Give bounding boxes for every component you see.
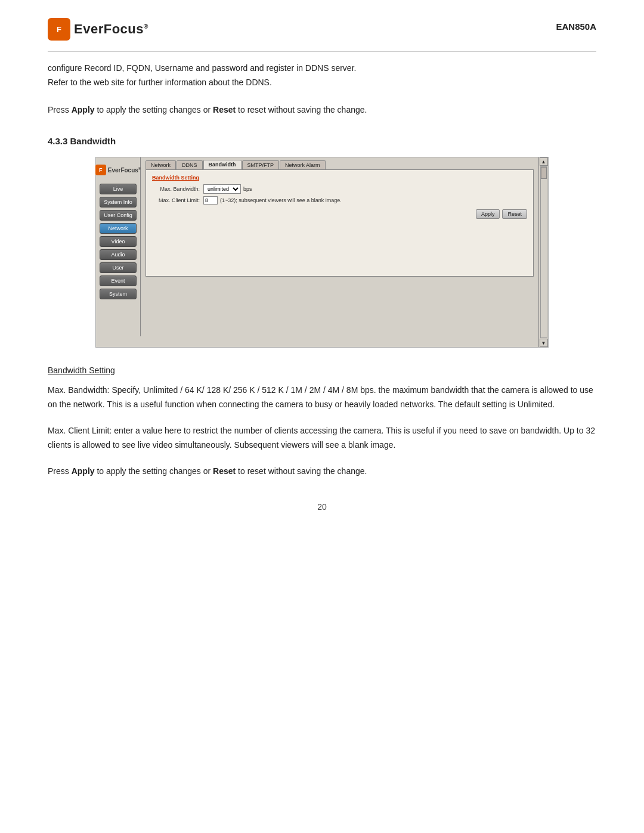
tab-bar: Network DDNS Bandwidth SMTP/FTP Network … xyxy=(145,160,534,169)
section-heading: 4.3.3 Bandwidth xyxy=(48,136,596,146)
panel-btn-row: Apply Reset xyxy=(152,209,527,219)
para1: Max. Bandwidth: Specify, Unlimited / 64 … xyxy=(48,383,596,412)
header-divider xyxy=(48,51,596,52)
nav-btn-audio[interactable]: Audio xyxy=(100,249,137,260)
apply-reset-para2: Press Apply to apply the setting changes… xyxy=(48,465,596,479)
bandwidth-setting-link: Bandwidth Setting xyxy=(48,366,596,375)
apply-reset-para1: Press Apply to apply the setting changes… xyxy=(48,103,596,117)
ui-sidebar: F EverFocus® Live System Info User Confi… xyxy=(96,157,141,336)
nav-btn-userconfig[interactable]: User Config xyxy=(100,210,137,221)
ui-inner: F EverFocus® Live System Info User Confi… xyxy=(96,157,548,336)
logo-text: EverFocus® xyxy=(74,21,148,37)
logo-icon: F xyxy=(48,18,70,41)
scroll-down-btn[interactable]: ▼ xyxy=(540,339,548,347)
nav-btn-sysinfo[interactable]: System Info xyxy=(100,197,137,208)
ui-screenshot: F EverFocus® Live System Info User Confi… xyxy=(95,157,549,348)
tab-ddns[interactable]: DDNS xyxy=(177,160,203,169)
ui-sidebar-logo: F EverFocus® xyxy=(93,161,144,179)
para2: Max. Client Limit: enter a value here to… xyxy=(48,424,596,453)
content-panel: Bandwidth Setting Max. Bandwidth: unlimi… xyxy=(145,169,534,277)
logo-container: F EverFocus® xyxy=(48,18,148,41)
max-client-note: (1~32); subsequent viewers will see a bl… xyxy=(220,197,342,203)
intro-text: configure Record ID, FQDN, Username and … xyxy=(48,61,596,90)
ui-sidebar-logo-icon: F xyxy=(95,165,106,175)
panel-reset-btn[interactable]: Reset xyxy=(502,209,527,219)
tab-network[interactable]: Network xyxy=(145,160,176,169)
tab-smtp-ftp[interactable]: SMTP/FTP xyxy=(242,160,280,169)
nav-btn-system[interactable]: System xyxy=(100,289,137,299)
tab-network-alarm[interactable]: Network Alarm xyxy=(280,160,326,169)
scroll-thumb[interactable] xyxy=(541,167,547,179)
nav-btn-user[interactable]: User xyxy=(100,262,137,273)
max-bandwidth-label: Max. Bandwidth: xyxy=(152,186,200,192)
nav-btn-live[interactable]: Live xyxy=(100,184,137,194)
max-client-input[interactable] xyxy=(203,196,218,205)
bps-label: bps xyxy=(243,186,252,192)
page-number: 20 xyxy=(48,502,596,512)
nav-btn-video[interactable]: Video xyxy=(100,236,137,247)
scroll-up-btn[interactable]: ▲ xyxy=(540,157,548,166)
header: F EverFocus® EAN850A xyxy=(48,18,596,41)
nav-btn-network[interactable]: Network xyxy=(100,223,137,234)
scroll-track xyxy=(540,166,547,338)
max-client-label: Max. Client Limit: xyxy=(152,197,200,203)
tab-bandwidth[interactable]: Bandwidth xyxy=(203,160,242,169)
panel-apply-btn[interactable]: Apply xyxy=(476,209,500,219)
max-client-row: Max. Client Limit: (1~32); subsequent vi… xyxy=(152,196,527,205)
svg-text:F: F xyxy=(57,25,61,34)
panel-title: Bandwidth Setting xyxy=(152,175,527,181)
ui-sidebar-logo-text: EverFocus® xyxy=(108,167,141,174)
scrollbar[interactable]: ▲ ▼ xyxy=(538,157,548,347)
max-bandwidth-row: Max. Bandwidth: unlimited 64K 128K 256K … xyxy=(152,184,527,194)
nav-btn-event[interactable]: Event xyxy=(100,275,137,286)
ui-main: Network DDNS Bandwidth SMTP/FTP Network … xyxy=(141,157,538,336)
model-name: EAN850A xyxy=(556,21,596,32)
max-bandwidth-select[interactable]: unlimited 64K 128K 256K 512K 1M 2M 4M 8M xyxy=(203,184,241,194)
page: F EverFocus® EAN850A configure Record ID… xyxy=(0,0,644,833)
